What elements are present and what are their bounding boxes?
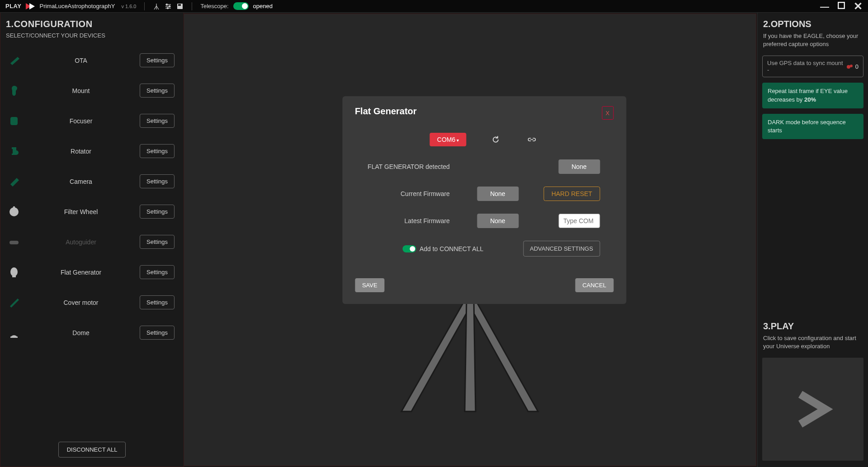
svg-rect-15 [10,117,18,125]
svg-rect-14 [838,2,844,9]
hard-reset-button[interactable]: HARD RESET [544,187,600,201]
device-settings-button[interactable]: Settings [140,53,175,67]
configuration-panel: 1.CONFIGURATION SELECT/CONNECT YOUR DEVI… [0,13,184,467]
svg-rect-19 [9,241,19,244]
device-row-flat-generator: Flat GeneratorSettings [0,257,184,287]
maximize-icon[interactable] [837,1,845,11]
device-label: Filter Wheel [22,208,140,215]
device-icon [6,143,22,159]
device-label: Dome [22,329,140,336]
refresh-icon[interactable] [489,133,502,146]
modal-title: Flat Generator [355,106,417,117]
options-panel: 2.OPTIONS If you have the EAGLE, choose … [757,13,868,467]
device-icon [6,204,22,220]
svg-rect-18 [13,206,15,209]
device-icon [6,294,22,311]
advanced-settings-button[interactable]: ADVANCED SETTINGS [523,241,600,257]
device-label: Autoguider [22,238,140,246]
device-settings-button[interactable]: Settings [140,295,175,309]
logo-word: PLAY [5,3,21,9]
device-icon [6,234,22,250]
satellite-icon [845,63,854,70]
svg-line-4 [156,6,159,9]
options-title: 2.OPTIONS [763,19,863,29]
save-icon[interactable] [176,3,184,10]
device-icon [6,52,22,69]
device-label: Cover motor [22,299,140,306]
device-settings-button[interactable]: Settings [140,114,175,128]
save-button[interactable]: SAVE [355,278,385,292]
config-title: 1.CONFIGURATION [6,19,178,29]
close-icon[interactable]: ✕ [854,1,863,12]
device-label: Focuser [22,117,140,125]
latest-fw-label: Latest Firmware [355,217,454,224]
logo-icon [26,3,35,9]
current-fw-label: Current Firmware [355,190,454,197]
device-row-rotator: RotatorSettings [0,136,184,166]
telescope-status: opened [253,3,273,9]
tripod-icon[interactable] [153,3,160,10]
opt1-bold: 20% [804,96,816,103]
device-settings-button[interactable]: Settings [140,235,175,249]
device-row-ota: OTASettings [0,45,184,75]
sliders-icon[interactable] [165,3,172,10]
svg-point-9 [166,4,168,5]
svg-rect-16 [11,149,13,154]
device-icon [6,83,22,99]
device-row-cover-motor: Cover motorSettings [0,287,184,318]
device-settings-button[interactable]: Settings [140,326,175,340]
device-settings-button[interactable]: Settings [140,174,175,188]
topbar: PLAY PrimaLuceAstrophotographY v 1.6.0 T… [0,0,868,13]
device-icon [6,264,22,280]
svg-marker-1 [29,3,35,9]
device-row-camera: CameraSettings [0,166,184,196]
current-fw-value: None [477,187,519,201]
svg-marker-33 [401,299,475,411]
connect-all-label: Add to CONNECT ALL [420,245,483,252]
device-settings-button[interactable]: Settings [140,84,175,98]
detected-label: FLAT GENERATOR detected [355,163,454,170]
svg-marker-34 [465,299,476,411]
canvas-area: Flat Generator X COM6 FLAT GENERATOR det… [184,14,756,466]
gps-sync-button[interactable]: Use GPS data to sync mount - 0 [762,56,863,77]
connect-all-toggle[interactable] [402,245,416,252]
device-settings-button[interactable]: Settings [140,205,175,219]
com-port-dropdown[interactable]: COM6 [430,133,466,146]
device-settings-button[interactable]: Settings [140,265,175,279]
play-title: 3.PLAY [763,321,863,332]
divider [192,2,192,10]
version-text: v 1.6.0 [121,4,136,9]
options-subtitle: If you have the EAGLE, choose your prefe… [763,32,863,48]
device-row-autoguider: AutoguiderSettings [0,227,184,257]
device-label: Flat Generator [22,269,140,276]
device-label: Rotator [22,148,140,155]
modal-close-button[interactable]: X [602,106,613,120]
minimize-icon[interactable]: — [820,2,829,11]
link-icon[interactable] [525,133,538,146]
dark-mode-option[interactable]: DARK mode before sequence starts [762,114,863,139]
svg-rect-13 [178,4,181,6]
detected-value: None [558,159,600,174]
cancel-button[interactable]: CANCEL [575,278,613,292]
flat-generator-modal: Flat Generator X COM6 FLAT GENERATOR det… [342,96,626,304]
device-row-focuser: FocuserSettings [0,106,184,136]
device-list: OTASettingsMountSettingsFocuserSettingsR… [0,41,184,435]
device-icon [6,173,22,190]
device-settings-button[interactable]: Settings [140,144,175,158]
repeat-frame-option[interactable]: Repeat last frame if EYE value decreases… [762,83,863,108]
disconnect-all-button[interactable]: DISCONNECT ALL [58,442,126,458]
latest-fw-value: None [477,214,519,228]
telescope-toggle[interactable] [233,2,249,10]
svg-rect-21 [12,275,16,277]
com-input[interactable] [558,214,600,228]
svg-point-11 [167,7,169,9]
device-label: Mount [22,87,140,94]
svg-point-10 [169,5,170,7]
svg-marker-32 [466,299,538,411]
device-icon [6,325,22,341]
play-button[interactable] [762,358,863,461]
brand-text: PrimaLuceAstrophotographY [39,3,115,9]
play-subtitle: Click to save configuration and start yo… [763,334,863,350]
device-row-filter-wheel: Filter WheelSettings [0,196,184,227]
gps-label: Use GPS data to sync mount - [767,60,845,73]
